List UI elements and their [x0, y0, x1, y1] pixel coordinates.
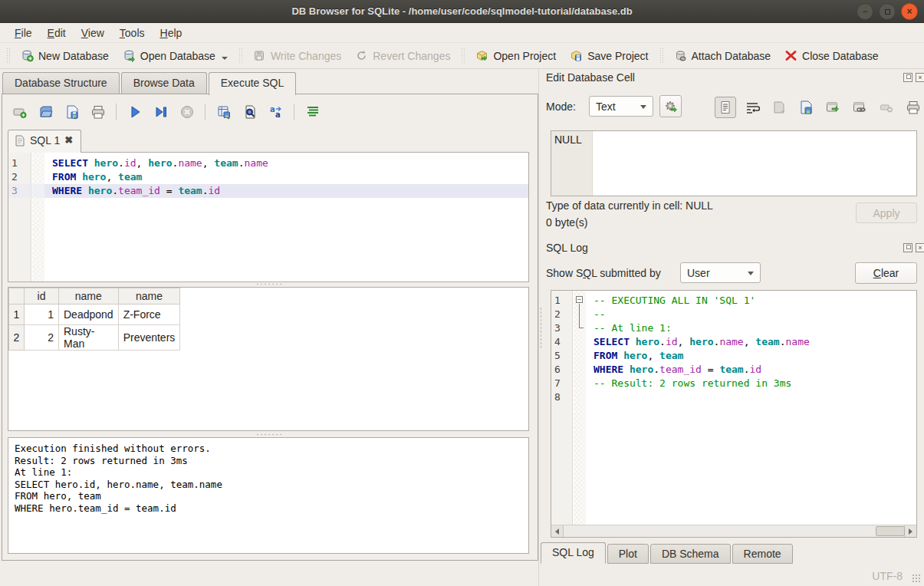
edit-cell-dock-controls: ×: [903, 73, 924, 82]
results-message-splitter[interactable]: [255, 433, 281, 436]
float-panel-icon[interactable]: [903, 73, 912, 82]
scroll-left-button[interactable]: [551, 525, 564, 537]
menu-view[interactable]: View: [74, 25, 111, 41]
close-database-button[interactable]: Close Database: [778, 46, 886, 65]
mode-select[interactable]: Text: [589, 96, 653, 117]
cell-hero-name[interactable]: Deadpond: [59, 305, 119, 325]
row-header[interactable]: 1: [9, 305, 25, 325]
fold-collapse-icon[interactable]: −: [576, 296, 583, 303]
execute-all-icon: [127, 104, 143, 120]
toolbar-separator: [238, 48, 242, 64]
table-row[interactable]: 2 2 Rusty-Man Preventers: [9, 325, 180, 351]
cell-hero-name[interactable]: Rusty-Man: [59, 325, 119, 351]
toolbar-separator: [659, 48, 663, 64]
open-sql-file-button[interactable]: [35, 101, 56, 122]
sql-log-view[interactable]: 1 2 3 4 5 6 7 8 -- EXECUTING ALL IN 'SQL…: [551, 290, 917, 538]
menu-tools[interactable]: Tools: [113, 25, 152, 41]
menu-edit[interactable]: Edit: [41, 25, 73, 41]
maximize-button[interactable]: [879, 3, 896, 20]
open-database-dropdown-icon[interactable]: [222, 57, 228, 60]
sql-line-1: SELECT hero.id, hero.name, team.name: [44, 156, 528, 170]
panel-splitter-handle[interactable]: [540, 307, 543, 350]
text-document-icon: [718, 100, 733, 115]
table-row[interactable]: 1 1 Deadpond Z-Force: [9, 305, 180, 325]
tab-db-schema[interactable]: DB Schema: [650, 544, 731, 564]
float-panel-icon[interactable]: [903, 243, 912, 252]
sql-line-3: WHERE hero.team_id = team.id: [44, 184, 528, 198]
sql-editor-toolbar: aa: [9, 101, 323, 122]
resize-grip[interactable]: [912, 574, 921, 583]
new-sql-tab-button[interactable]: [9, 101, 30, 122]
attach-database-button[interactable]: Attach Database: [667, 46, 778, 65]
code-area[interactable]: SELECT hero.id, hero.name, team.name FRO…: [44, 153, 528, 281]
minimize-button[interactable]: −: [857, 3, 873, 20]
copy-link-button[interactable]: [849, 97, 870, 118]
find-button[interactable]: [239, 101, 260, 122]
find-icon: [242, 104, 258, 120]
open-external-icon: [825, 100, 840, 115]
new-database-button[interactable]: New Database: [14, 46, 116, 65]
open-in-external-button[interactable]: [822, 97, 843, 118]
tab-plot[interactable]: Plot: [607, 544, 649, 564]
close-tab-icon[interactable]: ✖: [64, 134, 73, 146]
close-panel-icon[interactable]: ×: [916, 73, 924, 82]
app-window: DB Browser for SQLite - /home/user/code/…: [0, 0, 924, 586]
text-mode-button[interactable]: [715, 97, 736, 118]
execute-current-line-button[interactable]: [150, 101, 171, 122]
close-button[interactable]: ×: [901, 3, 918, 20]
clear-log-button[interactable]: Clear: [855, 262, 917, 284]
toolbar-drag-handle[interactable]: [6, 48, 11, 64]
save-project-icon: [570, 49, 583, 62]
cell-id[interactable]: 1: [25, 305, 59, 325]
save-sql-file-button[interactable]: [61, 101, 82, 122]
sql-code-editor[interactable]: 1 2 3 SELECT hero.id, hero.name, team.na…: [8, 152, 529, 282]
scrollbar-track[interactable]: [564, 525, 904, 537]
save-results-icon: [216, 104, 232, 120]
column-header-name2[interactable]: name: [118, 288, 180, 305]
word-wrap-button[interactable]: [742, 97, 763, 118]
export-cell-data-button[interactable]: [795, 97, 817, 118]
cell-value-editor[interactable]: NULL: [551, 130, 917, 196]
log-horizontal-scrollbar[interactable]: [551, 525, 916, 537]
auto-switch-mode-button[interactable]: [659, 95, 682, 117]
editor-results-splitter[interactable]: [255, 283, 281, 286]
tab-database-structure[interactable]: Database Structure: [2, 72, 120, 94]
fold-margin: [32, 153, 44, 281]
save-results-button[interactable]: [213, 101, 234, 122]
menu-help[interactable]: Help: [153, 25, 189, 41]
tab-browse-data[interactable]: Browse Data: [121, 72, 207, 94]
cell-team-name[interactable]: Preventers: [118, 325, 180, 351]
tab-sql-log[interactable]: SQL Log: [541, 542, 606, 564]
results-grid[interactable]: id name name 1 1 Deadpond Z-Force 2 2 Ru…: [8, 287, 529, 431]
execute-all-button[interactable]: [124, 101, 145, 122]
cell-id[interactable]: 2: [25, 325, 59, 351]
sql1-tab[interactable]: SQL 1 ✖: [8, 130, 81, 153]
close-panel-icon[interactable]: ×: [916, 243, 924, 252]
scroll-right-button[interactable]: [904, 525, 916, 537]
scrollbar-thumb[interactable]: [876, 526, 905, 536]
word-wrap-icon: [745, 100, 760, 115]
column-header-id[interactable]: id: [25, 288, 59, 305]
open-database-button[interactable]: Open Database: [116, 46, 235, 65]
print-cell-button[interactable]: [903, 97, 924, 118]
menu-file[interactable]: File: [8, 25, 39, 41]
row-header[interactable]: 2: [9, 325, 25, 351]
format-sql-button[interactable]: [302, 101, 323, 122]
print-sql-button[interactable]: [87, 101, 108, 122]
cell-editor-toolbar: [715, 97, 924, 118]
revert-changes-label: Revert Changes: [373, 50, 450, 62]
log-filter-select[interactable]: User: [680, 262, 761, 283]
replace-button[interactable]: aa: [265, 101, 286, 122]
corner-header[interactable]: [9, 288, 25, 305]
open-project-button[interactable]: Open Project: [469, 46, 563, 65]
arrow-left-icon: [555, 528, 559, 535]
tab-remote[interactable]: Remote: [732, 544, 793, 564]
sql-log-title: SQL Log: [546, 242, 588, 254]
toolbar-separator: [116, 104, 117, 120]
tab-execute-sql[interactable]: Execute SQL: [209, 72, 297, 95]
save-project-button[interactable]: Save Project: [563, 46, 655, 65]
sql-line-2: FROM hero, team: [44, 170, 528, 184]
cell-team-name[interactable]: Z-Force: [118, 305, 180, 325]
window-controls: − ×: [857, 3, 918, 20]
column-header-name1[interactable]: name: [59, 288, 119, 305]
